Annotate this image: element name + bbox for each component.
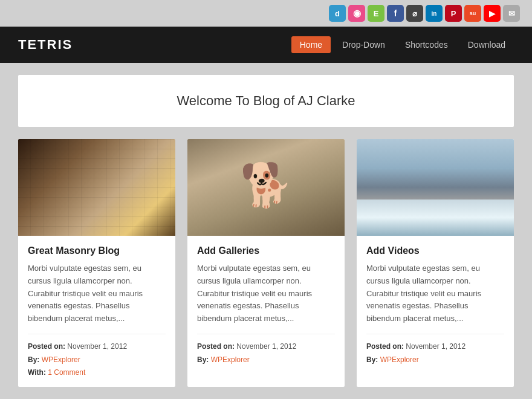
- nav-download[interactable]: Download: [459, 36, 514, 53]
- nav-shortcodes[interactable]: Shortcodes: [397, 36, 456, 53]
- card-meta-1: Posted on: November 1, 2012 By: WPExplor…: [28, 334, 166, 380]
- card-text-3: Morbi vulputate egestas sem, eu cursus l…: [366, 262, 504, 325]
- posted-on-label-2: Posted on:: [197, 342, 235, 351]
- nav-dropdown[interactable]: Drop-Down: [334, 36, 394, 53]
- by-link-2[interactable]: WPExplorer: [211, 355, 250, 364]
- cards-grid: Great Masonry Blog Morbi vulputate egest…: [18, 139, 514, 387]
- posted-on-label-3: Posted on:: [366, 342, 404, 351]
- social-linkedin-icon[interactable]: in: [426, 5, 443, 22]
- social-camera-icon[interactable]: ⌀: [406, 5, 423, 22]
- card-image-city: [18, 139, 175, 236]
- comments-link-1[interactable]: 1 Comment: [48, 368, 85, 377]
- social-pinterest-icon[interactable]: P: [445, 5, 462, 22]
- posted-on-date-3: November 1, 2012: [406, 342, 465, 351]
- card-body-3: Add Videos Morbi vulputate egestas sem, …: [357, 236, 514, 374]
- card-title-2: Add Galleries: [197, 245, 335, 256]
- social-bar: d ◉ E f ⌀ in P su ▶ ✉: [0, 0, 532, 27]
- navbar: TETRIS Home Drop-Down Shortcodes Downloa…: [0, 27, 532, 63]
- brand-logo: TETRIS: [18, 37, 291, 53]
- card-masonry: Great Masonry Blog Morbi vulputate egest…: [18, 139, 175, 387]
- card-title-3: Add Videos: [366, 245, 504, 256]
- social-evernote-icon[interactable]: E: [368, 5, 384, 22]
- card-meta-2: Posted on: November 1, 2012 By: WPExplor…: [197, 334, 335, 366]
- card-image-mountain: [357, 139, 514, 236]
- card-videos: Add Videos Morbi vulputate egestas sem, …: [357, 139, 514, 387]
- social-youtube-icon[interactable]: ▶: [484, 5, 501, 22]
- posted-on-date-1: November 1, 2012: [67, 342, 127, 351]
- card-meta-3: Posted on: November 1, 2012 By: WPExplor…: [366, 334, 504, 366]
- card-image-dog: [187, 139, 345, 236]
- nav-home[interactable]: Home: [291, 36, 331, 53]
- posted-on-label-1: Posted on:: [28, 342, 65, 351]
- card-body-1: Great Masonry Blog Morbi vulputate egest…: [18, 236, 175, 387]
- card-body-2: Add Galleries Morbi vulputate egestas se…: [187, 236, 345, 374]
- social-delicious-icon[interactable]: d: [329, 5, 346, 22]
- social-email-icon[interactable]: ✉: [503, 5, 520, 22]
- social-dribbble-icon[interactable]: ◉: [348, 5, 365, 22]
- welcome-title: Welcome To Blog of AJ Clarke: [30, 93, 502, 109]
- by-label-3: By:: [366, 355, 378, 364]
- card-title-1: Great Masonry Blog: [28, 245, 166, 256]
- by-label-2: By:: [197, 355, 209, 364]
- card-text-2: Morbi vulputate egestas sem, eu cursus l…: [197, 262, 335, 325]
- card-galleries: Add Galleries Morbi vulputate egestas se…: [187, 139, 345, 387]
- welcome-section: Welcome To Blog of AJ Clarke: [18, 75, 514, 127]
- social-stumbleupon-icon[interactable]: su: [464, 5, 481, 22]
- posted-on-date-2: November 1, 2012: [236, 342, 296, 351]
- with-label-1: With:: [28, 368, 46, 377]
- by-label-1: By:: [28, 355, 39, 364]
- by-link-3[interactable]: WPExplorer: [380, 355, 419, 364]
- by-link-1[interactable]: WPExplorer: [42, 355, 80, 364]
- main-nav: Home Drop-Down Shortcodes Download: [291, 36, 514, 53]
- card-text-1: Morbi vulputate egestas sem, eu cursus l…: [28, 262, 166, 325]
- social-facebook-icon[interactable]: f: [387, 5, 404, 22]
